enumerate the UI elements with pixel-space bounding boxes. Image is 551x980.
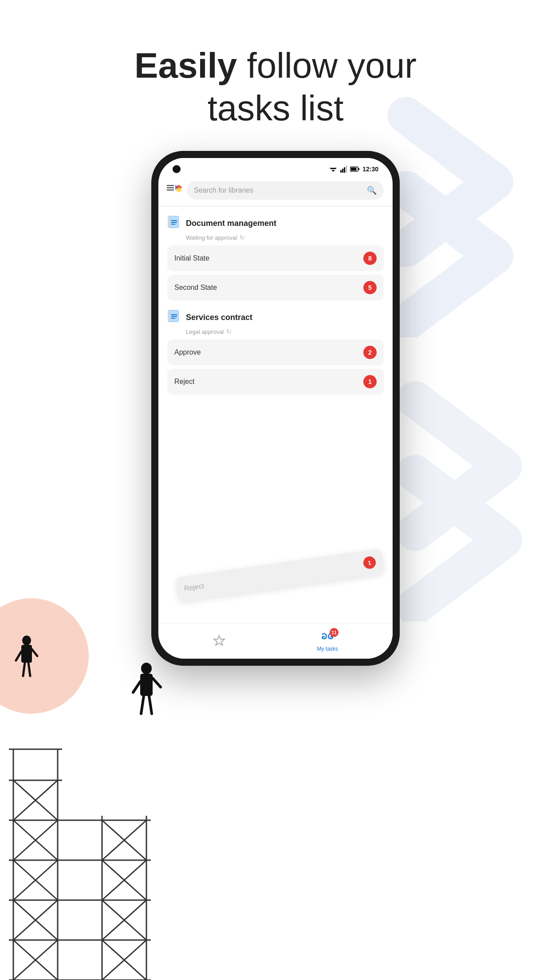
svg-line-22: [102, 940, 146, 980]
search-placeholder: Search for libraries: [194, 186, 363, 194]
svg-line-26: [102, 860, 146, 900]
svg-line-37: [133, 682, 140, 692]
section-services-contract: Services contract Legal approval ↻ Appro…: [167, 309, 384, 395]
svg-point-35: [141, 663, 152, 674]
svg-line-20: [13, 780, 58, 820]
svg-line-38: [153, 678, 161, 687]
star-icon-wrapper: [213, 634, 225, 648]
svg-line-11: [13, 940, 58, 980]
svg-line-15: [13, 860, 58, 900]
worker-left: [13, 634, 40, 687]
svg-line-28: [102, 820, 146, 860]
content-area: Document management Waiting for approval…: [158, 208, 393, 411]
header-divider: [158, 206, 393, 206]
state-item-reject[interactable]: Reject 1: [167, 369, 384, 395]
status-right: 12:30: [329, 166, 378, 173]
refresh-icon-2: ↻: [226, 328, 232, 335]
wifi-icon: [329, 166, 338, 173]
phone: 12:30 Search for libraries: [151, 151, 400, 666]
svg-line-39: [141, 696, 144, 714]
swipe-card-badge: 1: [362, 556, 377, 570]
doc-icon-1: [167, 215, 181, 231]
svg-line-25: [102, 860, 146, 900]
section-2-title: Services contract: [186, 313, 252, 322]
svg-line-19: [13, 780, 58, 820]
tasks-label: My tasks: [317, 646, 338, 652]
phone-screen: 12:30 Search for libraries: [158, 158, 393, 659]
state-item-second[interactable]: Second State 5: [167, 275, 384, 300]
svg-rect-44: [340, 170, 342, 173]
svg-point-29: [22, 636, 31, 645]
svg-line-33: [23, 663, 25, 676]
nav-item-star[interactable]: [213, 634, 225, 648]
swipe-card-label: Reject: [184, 582, 205, 593]
svg-line-24: [102, 900, 146, 940]
svg-line-40: [149, 696, 152, 714]
badge-reject: 1: [363, 375, 377, 388]
svg-rect-30: [21, 645, 32, 663]
section-1-subtitle: Waiting for approval ↻: [186, 234, 384, 241]
svg-rect-45: [342, 169, 343, 173]
state-item-initial[interactable]: Initial State 8: [167, 245, 384, 271]
svg-line-13: [13, 900, 58, 940]
section-1-header: Document management: [167, 215, 384, 231]
svg-line-17: [13, 820, 58, 860]
nav-item-my-tasks[interactable]: 11 My tasks: [317, 631, 338, 652]
svg-line-14: [13, 900, 58, 940]
phone-body: 12:30 Search for libraries: [151, 151, 400, 666]
svg-line-21: [102, 940, 146, 980]
state-label-second: Second State: [174, 284, 217, 292]
section-1-title: Document management: [186, 219, 276, 228]
refresh-icon-1: ↻: [240, 234, 245, 241]
state-label-approve: Approve: [174, 348, 201, 356]
camera-hole: [173, 165, 181, 173]
doc-icon-2: [167, 309, 181, 325]
svg-line-16: [13, 860, 58, 900]
state-item-approve[interactable]: Approve 2: [167, 340, 384, 365]
headline: Easily follow yourtasks list: [0, 44, 551, 130]
svg-marker-67: [214, 636, 224, 645]
svg-line-12: [13, 940, 58, 980]
app-logo: [165, 182, 182, 199]
tasks-icon-wrapper: 11: [321, 631, 334, 645]
headline-regular: follow yourtasks list: [208, 46, 417, 128]
search-icon[interactable]: 🔍: [367, 186, 377, 195]
headline-bold: Easily: [134, 46, 237, 85]
svg-rect-36: [140, 674, 153, 696]
svg-line-31: [16, 652, 21, 660]
svg-marker-43: [331, 170, 335, 172]
star-icon: [213, 634, 225, 647]
svg-rect-47: [346, 166, 347, 173]
swipe-card: Reject 1: [175, 549, 384, 602]
state-label-initial: Initial State: [174, 254, 209, 262]
badge-initial: 8: [363, 252, 377, 265]
section-doc-management: Document management Waiting for approval…: [167, 215, 384, 300]
svg-line-34: [28, 663, 30, 676]
badge-second: 5: [363, 281, 377, 294]
svg-line-27: [102, 820, 146, 860]
bottom-nav: 11 My tasks: [158, 623, 393, 659]
svg-line-18: [13, 820, 58, 860]
app-header: Search for libraries 🔍: [158, 177, 393, 204]
status-bar: 12:30: [158, 158, 393, 177]
battery-icon: [350, 166, 360, 172]
svg-rect-46: [344, 167, 345, 173]
search-bar[interactable]: Search for libraries 🔍: [187, 181, 384, 200]
worker-center: [129, 660, 164, 731]
svg-rect-50: [351, 168, 357, 171]
time-display: 12:30: [362, 166, 378, 173]
svg-rect-49: [358, 168, 360, 170]
badge-approve: 2: [363, 346, 377, 359]
svg-line-23: [102, 900, 146, 940]
state-label-reject: Reject: [174, 378, 194, 386]
signal-icon: [340, 166, 347, 173]
section-2-subtitle: Legal approval ↻: [186, 328, 384, 335]
tasks-badge: 11: [330, 628, 338, 637]
svg-line-32: [32, 649, 37, 656]
section-2-header: Services contract: [167, 309, 384, 325]
